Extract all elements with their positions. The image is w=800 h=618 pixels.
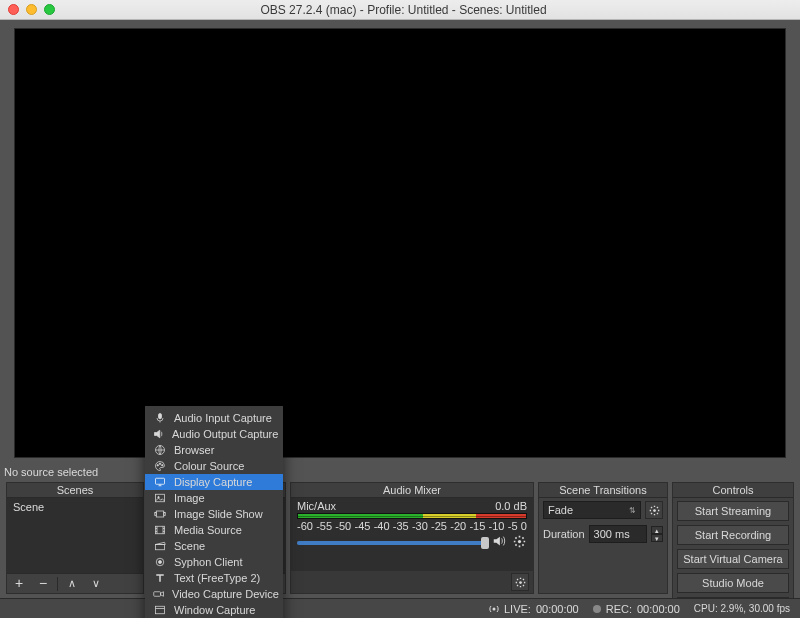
track-name: Mic/Aux — [297, 500, 336, 512]
scenes-footer: + − ∧ ∨ — [7, 573, 143, 593]
cpu-status: CPU: 2.9%, 30.00 fps — [694, 603, 790, 614]
svg-rect-10 — [156, 494, 165, 502]
menu-item-image-slide-show[interactable]: Image Slide Show — [145, 506, 283, 522]
duration-input[interactable]: 300 ms — [589, 525, 647, 543]
menu-item-window-capture[interactable]: Window Capture — [145, 602, 283, 618]
scene-up-button[interactable]: ∧ — [60, 574, 84, 594]
mute-button[interactable] — [491, 534, 507, 551]
mixer-title: Audio Mixer — [291, 483, 533, 498]
svg-point-3 — [492, 607, 495, 610]
window-controls — [8, 4, 55, 15]
panels-row: Scenes Scene + − ∧ ∨ Sources + − ✿ ∧ ∨ — [0, 482, 800, 610]
scenes-list[interactable]: Scene — [7, 498, 143, 573]
mixer-body: Mic/Aux 0.0 dB -60-55-50-45-40-35-30-25-… — [291, 498, 533, 571]
menu-item-video-capture-device[interactable]: Video Capture Device — [145, 586, 283, 602]
menu-item-display-capture[interactable]: Display Capture — [145, 474, 283, 490]
track-db: 0.0 dB — [495, 500, 527, 512]
text-icon — [153, 572, 167, 584]
transition-settings-button[interactable] — [645, 501, 663, 519]
svg-rect-12 — [156, 511, 164, 517]
preview-area[interactable] — [14, 28, 786, 458]
menu-item-audio-output-capture[interactable]: Audio Output Capture — [145, 426, 283, 442]
start-virtual-camera-button[interactable]: Start Virtual Camera — [677, 549, 789, 569]
window-title: OBS 27.2.4 (mac) - Profile: Untitled - S… — [55, 3, 752, 17]
meter-ticks: -60-55-50-45-40-35-30-25-20-15-10-50 — [297, 520, 527, 532]
close-window-button[interactable] — [8, 4, 19, 15]
svg-point-1 — [519, 581, 522, 584]
film-icon — [153, 524, 167, 536]
slides-icon — [153, 508, 167, 520]
window-icon — [153, 604, 167, 616]
svg-point-7 — [159, 463, 161, 465]
globe-icon — [153, 444, 167, 456]
svg-point-0 — [517, 539, 520, 542]
vu-meter — [297, 513, 527, 519]
add-scene-button[interactable]: + — [7, 574, 31, 594]
duration-stepper[interactable]: ▴▾ — [651, 526, 663, 542]
record-dot-icon — [593, 605, 601, 613]
scenes-title: Scenes — [7, 483, 143, 498]
transitions-panel: Scene Transitions Fade ⇅ Duration 300 ms — [538, 482, 668, 594]
audio-mixer-panel: Audio Mixer Mic/Aux 0.0 dB -60-55-50-45-… — [290, 482, 534, 594]
start-recording-button[interactable]: Start Recording — [677, 525, 789, 545]
mixer-footer — [291, 571, 533, 593]
titlebar: OBS 27.2.4 (mac) - Profile: Untitled - S… — [0, 0, 800, 20]
svg-rect-19 — [154, 592, 161, 597]
studio-mode-button[interactable]: Studio Mode — [677, 573, 789, 593]
live-status: LIVE:00:00:00 — [489, 603, 579, 615]
minimize-window-button[interactable] — [26, 4, 37, 15]
zoom-window-button[interactable] — [44, 4, 55, 15]
scenes-panel: Scenes Scene + − ∧ ∨ — [6, 482, 144, 594]
chevron-updown-icon: ⇅ — [629, 506, 636, 515]
svg-rect-9 — [156, 478, 165, 484]
rec-status: REC:00:00:00 — [593, 603, 680, 615]
clapper-icon — [153, 540, 167, 552]
svg-rect-16 — [156, 545, 165, 550]
svg-point-18 — [159, 561, 162, 564]
svg-rect-4 — [159, 414, 162, 419]
menu-item-browser[interactable]: Browser — [145, 442, 283, 458]
broadcast-icon — [489, 604, 499, 614]
mixer-track-micaux: Mic/Aux 0.0 dB -60-55-50-45-40-35-30-25-… — [291, 498, 533, 551]
duration-label: Duration — [543, 528, 585, 540]
svg-point-6 — [157, 465, 159, 467]
add-source-menu: Audio Input Capture Audio Output Capture… — [145, 406, 283, 618]
track-settings-button[interactable] — [511, 535, 527, 551]
controls-panel: Controls Start Streaming Start Recording… — [672, 482, 794, 610]
scene-down-button[interactable]: ∨ — [84, 574, 108, 594]
palette-icon — [153, 460, 167, 472]
transitions-body: Fade ⇅ Duration 300 ms ▴▾ — [539, 498, 667, 593]
speaker-icon — [153, 428, 165, 440]
mic-icon — [153, 412, 167, 424]
controls-title: Controls — [673, 483, 793, 498]
monitor-icon — [153, 476, 167, 488]
no-source-label: No source selected — [0, 464, 800, 482]
svg-point-2 — [653, 509, 656, 512]
svg-point-8 — [162, 465, 164, 467]
start-streaming-button[interactable]: Start Streaming — [677, 501, 789, 521]
menu-item-audio-input-capture[interactable]: Audio Input Capture — [145, 410, 283, 426]
image-icon — [153, 492, 167, 504]
svg-rect-20 — [156, 606, 165, 614]
mixer-settings-button[interactable] — [511, 573, 529, 591]
menu-item-image[interactable]: Image — [145, 490, 283, 506]
menu-item-syphon-client[interactable]: Syphon Client — [145, 554, 283, 570]
remove-scene-button[interactable]: − — [31, 574, 55, 594]
app-root: No source selected Scenes Scene + − ∧ ∨ … — [0, 20, 800, 618]
volume-slider[interactable] — [297, 541, 487, 545]
menu-item-media-source[interactable]: Media Source — [145, 522, 283, 538]
scene-item[interactable]: Scene — [7, 498, 143, 516]
status-bar: LIVE:00:00:00 REC:00:00:00 CPU: 2.9%, 30… — [0, 598, 800, 618]
svg-rect-14 — [164, 513, 166, 516]
svg-rect-13 — [155, 513, 157, 516]
transition-select[interactable]: Fade ⇅ — [543, 501, 641, 519]
syphon-icon — [153, 556, 167, 568]
menu-item-text-freetype2[interactable]: Text (FreeType 2) — [145, 570, 283, 586]
menu-item-scene[interactable]: Scene — [145, 538, 283, 554]
transitions-title: Scene Transitions — [539, 483, 667, 498]
camera-icon — [153, 588, 165, 600]
menu-item-colour-source[interactable]: Colour Source — [145, 458, 283, 474]
